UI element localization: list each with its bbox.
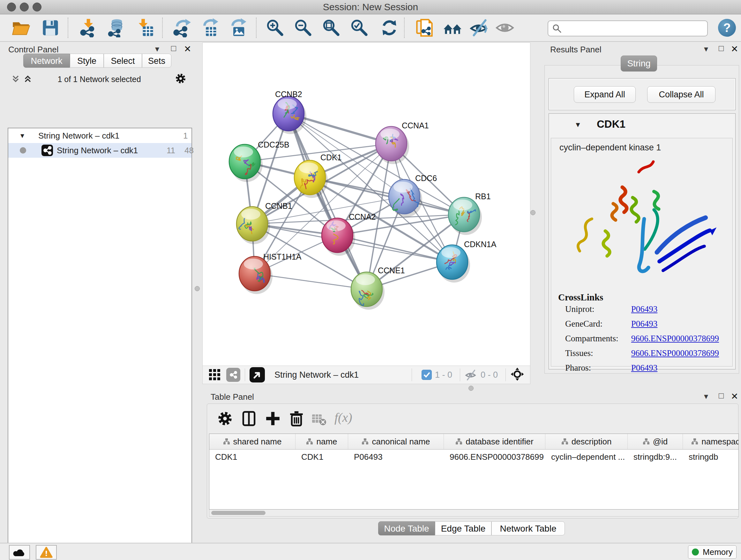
grid-icon (208, 368, 221, 381)
table-cell[interactable]: CDK1 (295, 449, 348, 464)
fit-selected-button[interactable] (510, 367, 524, 382)
string-home-button[interactable] (443, 18, 462, 37)
table-cell[interactable]: P06493 (348, 449, 444, 464)
import-string-network-button[interactable] (415, 18, 434, 37)
panel-menu-icon[interactable]: ▾ (704, 44, 708, 54)
save-session-button[interactable] (41, 18, 60, 37)
delete-column-button[interactable] (288, 411, 305, 428)
window-title: Session: New Session (0, 0, 741, 14)
tab-style[interactable]: Style (70, 54, 104, 68)
column-header-namespace[interactable]: namespace (683, 434, 739, 449)
float-panel-icon[interactable]: □ (171, 44, 176, 53)
tab-network[interactable]: Network (23, 54, 70, 68)
refresh-view-button[interactable] (380, 18, 399, 37)
network-node-RB1[interactable]: RB1 (448, 192, 491, 235)
close-panel-icon[interactable]: ✕ (731, 391, 738, 401)
close-panel-icon[interactable]: ✕ (731, 44, 738, 54)
grid-view-button[interactable] (208, 368, 221, 382)
crosslink-row: Compartments: 9606.ENSP00000378699 (565, 331, 719, 346)
tab-select[interactable]: Select (104, 54, 142, 68)
float-panel-icon[interactable]: □ (719, 391, 724, 401)
selected-checkbox[interactable] (421, 370, 432, 380)
compartments-link[interactable]: 9606.ENSP00000378699 (631, 334, 719, 343)
string-style-button[interactable] (226, 368, 240, 382)
network-node-label: RB1 (475, 192, 491, 201)
close-panel-icon[interactable]: ✕ (184, 44, 191, 54)
fit-content-button[interactable] (322, 18, 341, 37)
zoom-selected-button[interactable] (350, 18, 369, 37)
search-input[interactable] (564, 22, 703, 35)
float-panel-icon[interactable]: □ (719, 44, 724, 53)
column-header-canonical-name[interactable]: canonical name (348, 434, 444, 449)
network-node-CCNA1[interactable]: CCNA1 (376, 121, 429, 164)
tab-network-table[interactable]: Network Table (491, 521, 565, 536)
show-all-button[interactable] (495, 18, 515, 37)
crosslink-row: Tissues: 9606.ENSP00000378699 (565, 346, 719, 361)
houses-icon (443, 18, 462, 37)
network-collection-row[interactable]: ▼ String Network – cdk1 1 (8, 128, 192, 143)
column-header-database-identifier[interactable]: database identifier (444, 434, 545, 449)
column-header-shared-name[interactable]: shared name (209, 434, 295, 449)
edge-count: 48 (185, 143, 194, 158)
tab-sets[interactable]: Sets (142, 54, 172, 68)
zoom-out-button[interactable] (293, 18, 313, 37)
table-cell[interactable]: stringdb (683, 449, 739, 464)
column-tree-icon (361, 438, 368, 445)
export-table-file-button[interactable] (200, 18, 219, 37)
table-cell[interactable]: 9606.ENSP00000378699 (444, 449, 545, 464)
network-row[interactable]: String Network – cdk1 11 48 (8, 143, 192, 158)
genecard-link[interactable]: P06493 (631, 319, 658, 328)
uniprot-link[interactable]: P06493 (631, 304, 658, 314)
network-edge-CDK1-RB1[interactable] (310, 178, 464, 214)
tab-string-results[interactable]: String (621, 56, 657, 71)
function-builder-button[interactable]: f(x) (334, 410, 352, 425)
network-options-button[interactable] (175, 73, 186, 85)
network-node-HIST1H1A[interactable]: HIST1H1A (239, 252, 301, 294)
open-file-button[interactable] (11, 18, 30, 37)
panel-menu-icon[interactable]: ▾ (155, 44, 159, 54)
expand-all-button[interactable]: Expand All (574, 86, 636, 103)
table-cell[interactable]: cyclin–dependent ... (545, 449, 628, 464)
hide-selected-button[interactable] (470, 18, 489, 37)
network-node-CCNB2[interactable]: CCNB2 (273, 90, 307, 134)
collapse-all-button[interactable]: Collapse All (647, 86, 716, 103)
table-options-button[interactable] (217, 411, 233, 428)
table-row[interactable]: CDK1CDK1P064939606.ENSP00000378699cyclin… (209, 449, 738, 464)
column-header-name[interactable]: name (295, 434, 348, 449)
tab-node-table[interactable]: Node Table (378, 521, 435, 536)
warnings-button[interactable] (36, 545, 57, 560)
splitter-handle[interactable] (530, 210, 536, 215)
table-cell[interactable]: stringdb:9... (628, 449, 683, 464)
panel-menu-icon[interactable]: ▾ (704, 391, 708, 401)
export-network-file-button[interactable] (172, 18, 192, 37)
birds-eye-view-button[interactable] (250, 367, 265, 382)
import-network-file-button[interactable] (78, 18, 98, 37)
zoom-in-button[interactable] (266, 18, 285, 37)
help-button[interactable]: ? (718, 19, 736, 37)
pharos-link[interactable]: P06493 (631, 363, 658, 373)
import-network-database-button[interactable] (107, 18, 126, 37)
export-image-button[interactable] (228, 18, 248, 37)
tissues-link[interactable]: 9606.ENSP00000378699 (631, 348, 719, 358)
network-node-CDC25B[interactable]: CDC25B (229, 140, 289, 182)
table-hscrollbar[interactable] (209, 509, 739, 516)
tree-expand-icon[interactable]: ▼ (575, 121, 582, 129)
network-node-CDKN1A[interactable]: CDKN1A (436, 240, 496, 283)
crosshair-icon (510, 367, 524, 381)
tab-edge-table[interactable]: Edge Table (435, 521, 491, 536)
tree-expand-icon[interactable]: ▼ (19, 128, 25, 143)
delete-table-button[interactable] (312, 413, 327, 428)
create-column-button[interactable] (265, 411, 281, 428)
import-table-file-button[interactable] (135, 18, 154, 37)
network-edge-CCNB2-CCNE1[interactable] (288, 114, 367, 289)
memory-button[interactable]: Memory (688, 545, 737, 559)
network-canvas[interactable]: CCNB2CCNA1CDC25BCDK1CDC6RB1CCNB1CCNA2CDK… (203, 43, 530, 366)
column-header--id[interactable]: @id (628, 434, 683, 449)
network-node-CDC6[interactable]: CDC6 (389, 174, 437, 217)
cloud-status-button[interactable] (9, 545, 30, 560)
splitter-handle[interactable] (195, 286, 200, 291)
scrollbar-thumb[interactable] (211, 511, 266, 515)
column-header-description[interactable]: description (545, 434, 628, 449)
show-columns-button[interactable] (241, 411, 257, 428)
table-cell[interactable]: CDK1 (209, 449, 295, 464)
